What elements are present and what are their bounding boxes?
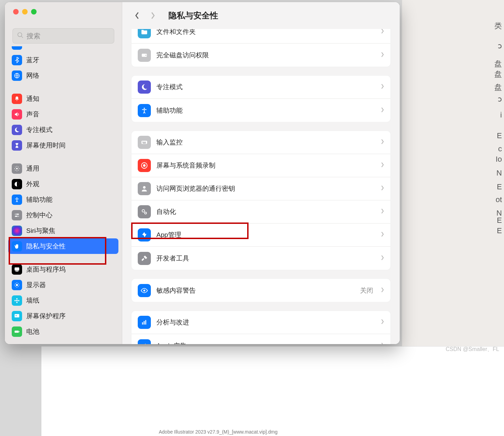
siri-icon [12,226,22,236]
sidebar-item-wallpaper[interactable]: 墙纸 [8,293,118,308]
search-input[interactable]: 搜索 [12,28,114,44]
accessibility-icon [138,104,151,117]
sidebar-item-label: 控制中心 [26,211,52,220]
row-input-monitoring[interactable]: 输入监控 [132,131,390,154]
keyboard-icon [138,136,151,149]
bottom-file-text: Adobe Illustrator 2023 v27.9_(M)_[www.ma… [159,429,278,435]
svg-line-17 [15,283,16,284]
sidebar-item-battery[interactable]: 电池 [8,324,118,339]
sidebar-item-label: 外观 [26,180,39,189]
sidebar-item-appearance[interactable]: 外观 [8,176,118,192]
sidebar-item-bluetooth[interactable]: 蓝牙 [8,52,118,68]
row-label: 完全磁盘访问权限 [156,51,375,60]
hand-icon [12,241,22,252]
close-dot[interactable] [13,9,19,15]
svg-point-22 [16,298,18,299]
row-label: 文件和文件夹 [156,29,375,36]
row-screen-recording[interactable]: 屏幕与系统音频录制 [132,154,390,177]
svg-rect-28 [14,331,19,333]
chevron-right-icon [381,52,384,59]
sidebar-item-network[interactable]: 网络 [8,68,118,83]
row-apple-ads[interactable]: Apple广告 [132,334,390,344]
row-label: 屏幕与系统音频录制 [156,161,375,170]
sidebar-item-sound[interactable]: 声音 [8,106,118,122]
megaphone-icon [138,339,151,344]
dock-icon [12,264,22,275]
row-automation[interactable]: 自动化 [132,200,390,224]
row-label: App管理 [156,230,375,239]
row-label: 输入监控 [156,138,375,147]
svg-rect-35 [144,142,144,142]
person-icon [138,182,151,195]
row-passkeys[interactable]: 访问网页浏览器的通行密钥 [132,177,390,200]
minimize-dot[interactable] [22,9,28,15]
sidebar-item-screensaver[interactable]: 屏幕保护程序 [8,308,118,324]
svg-point-21 [16,300,18,301]
battery-icon [12,326,22,337]
record-icon [138,159,151,172]
row-accessibility[interactable]: 辅助功能 [132,99,390,122]
sidebar-item-cut[interactable] [8,46,118,52]
speaker-icon [12,109,22,120]
background-bottom-strip [41,346,504,436]
chevron-right-icon [381,29,384,35]
row-label: 自动化 [156,207,375,216]
moon-icon [12,125,22,135]
sidebar-item-label: 桌面与程序坞 [26,265,66,274]
sidebar-item-label: 网络 [26,71,39,80]
chevron-right-icon [381,162,384,169]
sidebar-item-controlcenter[interactable]: 控制中心 [8,207,118,223]
nav-forward-button[interactable] [148,11,157,20]
svg-point-43 [143,290,145,292]
chevron-right-icon [381,107,384,114]
row-label: Apple广告 [156,341,375,344]
svg-point-5 [17,197,18,198]
search-placeholder: 搜索 [27,31,40,41]
sidebar-item-label: 辅助功能 [26,195,52,204]
row-label: 敏感内容警告 [156,286,355,295]
sidebar-item-siri[interactable]: Siri与聚焦 [8,223,118,238]
sidebar-item-label: 隐私与安全性 [26,242,66,251]
svg-point-23 [16,302,18,303]
row-label: 分析与改进 [156,318,375,327]
row-sensitive-content[interactable]: 敏感内容警告 关闭 [132,279,390,302]
flower-icon [12,295,22,306]
row-analytics[interactable]: 分析与改进 [132,311,390,334]
page-title: 隐私与安全性 [168,10,218,21]
row-focus[interactable]: 专注模式 [132,76,390,99]
svg-point-39 [143,164,145,167]
svg-rect-36 [145,142,146,142]
svg-point-9 [18,216,19,217]
sidebar-item-displays[interactable]: 显示器 [8,277,118,293]
folder-icon [138,29,151,38]
sidebar-item-notifications[interactable]: 通知 [8,91,118,106]
sidebar-item-screentime[interactable]: 屏幕使用时间 [8,138,118,153]
nav-back-button[interactable] [133,11,142,20]
sidebar-item-accessibility[interactable]: 辅助功能 [8,192,118,207]
svg-rect-44 [142,322,143,324]
sidebar-item-label: Siri与聚焦 [26,226,55,235]
svg-point-0 [18,32,22,37]
sidebar-item-focus[interactable]: 专注模式 [8,122,118,138]
moon-icon [138,80,151,94]
row-app-management[interactable]: App管理 [132,224,390,247]
row-full-disk[interactable]: 完全磁盘访问权限 [132,44,390,67]
svg-rect-11 [16,271,19,271]
zoom-dot[interactable] [31,9,37,15]
settings-group: 敏感内容警告 关闭 [131,278,391,302]
sidebar-item-privacy[interactable]: 隐私与安全性 [8,238,118,254]
content-scroll[interactable]: 文件和文件夹 完全磁盘访问权限 专注模式 辅助功能 [122,29,400,344]
svg-point-41 [142,210,145,212]
row-files-folders[interactable]: 文件和文件夹 [132,29,390,44]
generic-icon [12,46,22,50]
switches-icon [12,210,22,220]
sidebar-item-general[interactable]: 通用 [8,161,118,176]
svg-line-19 [18,283,19,284]
sidebar-item-dock[interactable]: 桌面与程序坞 [8,262,118,277]
svg-line-20 [15,286,16,287]
chevron-right-icon [381,319,384,326]
row-developer-tools[interactable]: 开发者工具 [132,247,390,270]
sidebar-item-label: 电池 [26,327,39,336]
svg-point-8 [16,214,17,215]
svg-rect-46 [145,320,146,325]
